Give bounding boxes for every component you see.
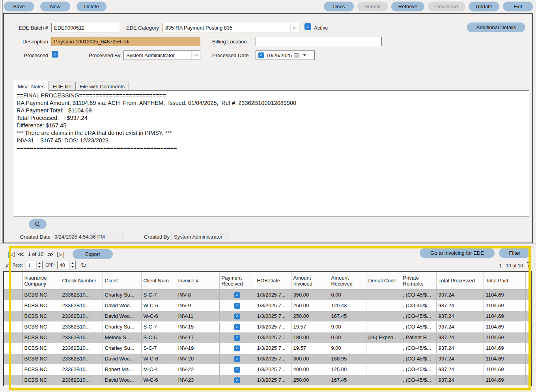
scrollbar-track[interactable] [525, 272, 531, 289]
filter-button[interactable]: Filter [499, 248, 530, 258]
payment-received-checkbox[interactable]: ✓ [234, 377, 240, 383]
column-header-invoice-[interactable]: Invoice # [176, 272, 219, 289]
table-row[interactable]: BCBS NC23362B10...Charley Su...S-C-7INV-… [4, 321, 531, 332]
page-down-icon[interactable] [37, 265, 42, 269]
payment-received-checkbox[interactable]: ✓ [234, 314, 240, 319]
cpp-spinner[interactable]: 40 [57, 261, 76, 269]
scrollbar-track[interactable] [525, 343, 531, 353]
exit-button[interactable]: Exit [503, 2, 533, 11]
table-row[interactable]: BCBS NC23362B10...David Woo...W-C-6INV-2… [4, 375, 531, 385]
scrollbar-track[interactable] [525, 321, 531, 332]
table-row[interactable]: BCBS NC23362B10...David Woo...W-C-6INV-1… [4, 311, 531, 321]
column-header-private-remarks[interactable]: Private Remarks [401, 272, 436, 289]
page-up-icon[interactable] [37, 261, 42, 265]
column-header-check-number[interactable]: Check Number [60, 272, 103, 289]
column-header-client-num[interactable]: Client Num [141, 272, 176, 289]
cpp-down-icon[interactable] [70, 265, 75, 269]
description-input[interactable]: Payspan 10012025_6487256.edi [51, 37, 200, 46]
scrollbar-track[interactable] [525, 300, 531, 311]
tab-misc-notes[interactable]: Misc. Notes [14, 81, 49, 91]
cell-client-num: S-C-7 [141, 289, 176, 300]
page-spinner[interactable]: 1 [26, 261, 43, 269]
export-button[interactable]: Export [73, 249, 113, 259]
ede-batch-input[interactable]: EDE0000512 [51, 23, 119, 32]
payment-received-cell: ✓ [219, 311, 255, 321]
payment-received-checkbox[interactable]: ✓ [234, 345, 240, 351]
cell-total-processed: 937.24 [436, 343, 484, 353]
processed-by-select[interactable]: System Administrator [123, 50, 200, 60]
ede-category-select[interactable]: 835-RA Payment Posting 835 [162, 23, 299, 32]
row-selector-cell[interactable] [4, 375, 22, 385]
scrollbar-track[interactable] [525, 364, 531, 375]
row-selector-cell[interactable] [4, 353, 22, 364]
row-selector-cell[interactable] [4, 289, 22, 300]
column-header-total-processed[interactable]: Total Processed [436, 272, 484, 289]
update-button[interactable]: Update [469, 2, 499, 11]
payment-received-checkbox[interactable]: ✓ [234, 303, 240, 309]
scrollbar-track[interactable] [525, 311, 531, 321]
processed-checkbox[interactable]: ✓ [52, 51, 58, 58]
refresh-icon[interactable]: ↻ [80, 262, 86, 269]
column-header-amount-invoiced[interactable]: Amount Invoiced [291, 272, 329, 289]
billing-location-input[interactable] [256, 37, 382, 46]
table-row[interactable]: BCBS NC23362B10...David Woo...W-C-6INV-2… [4, 353, 531, 364]
column-header-payment-received[interactable]: Payment Received [219, 272, 255, 289]
table-row[interactable]: BCBS NC23362B10...Robert Ma...M-C-4INV-2… [4, 364, 531, 375]
last-page-icon[interactable]: ▷❘ [57, 251, 66, 258]
calendar-icon[interactable] [294, 53, 299, 58]
tab-file-with-comments[interactable]: File with Comments [76, 82, 129, 91]
cell-check-number: 23362B10... [60, 364, 103, 375]
active-checkbox[interactable]: ✓ [304, 23, 311, 30]
docs-button[interactable]: Docs [324, 2, 354, 11]
scrollbar-track[interactable] [525, 353, 531, 364]
row-selector-cell[interactable] [4, 343, 22, 353]
cell-amount-received: 120.43 [329, 300, 366, 311]
search-button[interactable] [29, 219, 47, 229]
chevron-down-icon[interactable] [191, 51, 200, 60]
row-selector-cell[interactable] [4, 332, 22, 343]
scrollbar-track[interactable] [525, 332, 531, 343]
cell-eob-date: 1/3/2025 7... [255, 311, 291, 321]
column-header-amount-received[interactable]: Amount Received [329, 272, 366, 289]
table-row[interactable]: BCBS NC23362B10...Melody S...S-C-5INV-17… [4, 332, 531, 343]
misc-notes-textarea[interactable]: ==FINAL PROCESSING======================… [14, 90, 529, 217]
next-page-icon[interactable]: ≫ [47, 251, 54, 258]
table-row[interactable]: BCBS NC23362B10...Charley Su...S-C-7INV-… [4, 289, 531, 300]
processed-date-picker[interactable]: ✓ 10/26/2025 [256, 50, 315, 60]
scrollbar-track[interactable] [525, 375, 531, 385]
table-row[interactable]: BCBS NC23362B10...David Woo...W-C-6INV-9… [4, 300, 531, 311]
payment-received-checkbox[interactable]: ✓ [234, 367, 240, 373]
save-button[interactable]: Save [4, 2, 34, 11]
column-header-eob-date[interactable]: EOB Date [255, 272, 291, 289]
retrieve-button[interactable]: Retrieve [391, 2, 424, 11]
column-header-client[interactable]: Client [103, 272, 141, 289]
corner-arrow-icon[interactable] [5, 263, 10, 268]
column-header-denial-code[interactable]: Denial Code [366, 272, 401, 289]
goto-invoicing-button[interactable]: Go to Invoicing for EDE [420, 248, 495, 258]
cpp-label: CPP: [45, 263, 54, 267]
column-header-total-paid[interactable]: Total Paid [484, 272, 525, 289]
payment-received-checkbox[interactable]: ✓ [234, 292, 240, 298]
first-page-icon[interactable]: ❘◁ [6, 251, 14, 258]
prev-page-icon[interactable]: ≪ [18, 251, 24, 258]
row-selector-cell[interactable] [4, 364, 22, 375]
scroll-to-top-icon[interactable]: ↑ [527, 262, 530, 269]
table-row[interactable]: BCBS NC23362B10...Charley Su...S-C-7INV-… [4, 343, 531, 353]
chevron-down-icon[interactable] [290, 23, 299, 32]
tab-ede-file[interactable]: EDE file [49, 82, 76, 91]
scrollbar-track[interactable] [525, 289, 531, 300]
row-selector-cell[interactable] [4, 321, 22, 332]
delete-button[interactable]: Delete [77, 2, 106, 11]
additional-details-button[interactable]: Additional Details [467, 22, 525, 32]
payment-received-checkbox[interactable]: ✓ [234, 335, 240, 341]
row-selector-cell[interactable] [4, 311, 22, 321]
cpp-up-icon[interactable] [70, 261, 75, 265]
column-header-insurance-company[interactable]: Insurance Company [22, 272, 60, 289]
payment-received-checkbox[interactable]: ✓ [234, 324, 240, 330]
row-selector-cell[interactable] [4, 300, 22, 311]
new-button[interactable]: New [40, 2, 70, 11]
payment-received-checkbox[interactable]: ✓ [234, 356, 240, 362]
date-dropdown-icon[interactable] [303, 54, 306, 56]
processed-date-checkbox[interactable]: ✓ [258, 52, 264, 58]
cell-total-processed: 937.24 [436, 289, 484, 300]
